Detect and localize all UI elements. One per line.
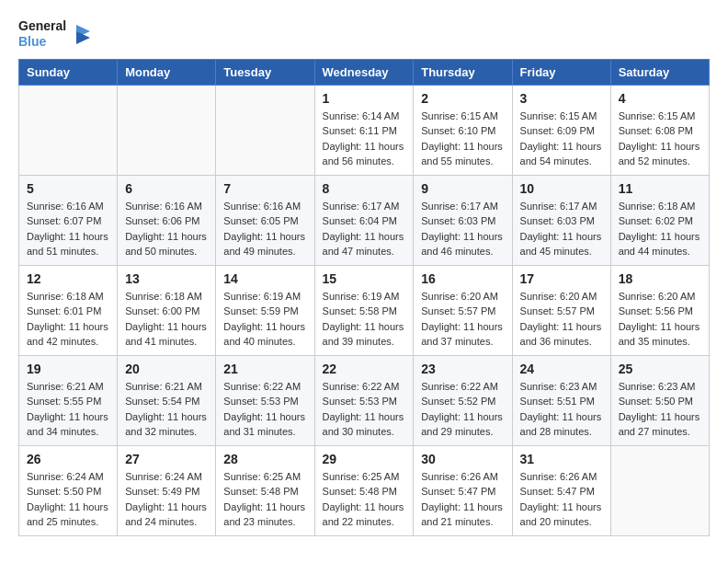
day-header-thursday: Thursday bbox=[414, 59, 512, 85]
calendar-cell: 8Sunrise: 6:17 AM Sunset: 6:04 PM Daylig… bbox=[314, 175, 414, 265]
day-info: Sunrise: 6:14 AM Sunset: 6:11 PM Dayligh… bbox=[323, 109, 406, 169]
day-info: Sunrise: 6:22 AM Sunset: 5:53 PM Dayligh… bbox=[323, 379, 406, 440]
day-info: Sunrise: 6:20 AM Sunset: 5:56 PM Dayligh… bbox=[619, 289, 701, 350]
calendar-cell: 12Sunrise: 6:18 AM Sunset: 6:01 PM Dayli… bbox=[19, 265, 118, 355]
calendar-cell: 19Sunrise: 6:21 AM Sunset: 5:55 PM Dayli… bbox=[19, 355, 118, 445]
day-number: 26 bbox=[27, 452, 109, 466]
day-info: Sunrise: 6:16 AM Sunset: 6:05 PM Dayligh… bbox=[223, 199, 306, 259]
calendar-cell: 7Sunrise: 6:16 AM Sunset: 6:05 PM Daylig… bbox=[216, 175, 314, 265]
day-info: Sunrise: 6:24 AM Sunset: 5:50 PM Dayligh… bbox=[27, 469, 109, 530]
calendar-cell: 29Sunrise: 6:25 AM Sunset: 5:48 PM Dayli… bbox=[314, 445, 414, 535]
day-number: 7 bbox=[223, 181, 306, 196]
day-number: 12 bbox=[27, 271, 109, 286]
calendar-cell: 25Sunrise: 6:23 AM Sunset: 5:50 PM Dayli… bbox=[610, 355, 709, 445]
day-info: Sunrise: 6:15 AM Sunset: 6:10 PM Dayligh… bbox=[421, 109, 504, 169]
calendar-week-row: 1Sunrise: 6:14 AM Sunset: 6:11 PM Daylig… bbox=[19, 85, 710, 175]
day-number: 14 bbox=[223, 271, 306, 286]
calendar-cell: 13Sunrise: 6:18 AM Sunset: 6:00 PM Dayli… bbox=[118, 265, 216, 355]
day-header-friday: Friday bbox=[512, 59, 610, 85]
day-info: Sunrise: 6:25 AM Sunset: 5:48 PM Dayligh… bbox=[323, 469, 406, 530]
logo-container: General Blue bbox=[18, 18, 66, 50]
day-info: Sunrise: 6:19 AM Sunset: 5:58 PM Dayligh… bbox=[323, 289, 406, 350]
day-number: 11 bbox=[619, 181, 701, 196]
day-info: Sunrise: 6:15 AM Sunset: 6:09 PM Dayligh… bbox=[520, 109, 603, 169]
calendar-cell: 21Sunrise: 6:22 AM Sunset: 5:53 PM Dayli… bbox=[216, 355, 314, 445]
day-number: 16 bbox=[421, 271, 504, 286]
day-number: 24 bbox=[520, 362, 603, 376]
day-number: 20 bbox=[125, 362, 208, 376]
calendar-cell bbox=[118, 85, 216, 175]
day-info: Sunrise: 6:23 AM Sunset: 5:50 PM Dayligh… bbox=[619, 379, 701, 440]
calendar-cell bbox=[610, 445, 709, 535]
calendar-cell: 16Sunrise: 6:20 AM Sunset: 5:57 PM Dayli… bbox=[414, 265, 512, 355]
calendar-cell: 10Sunrise: 6:17 AM Sunset: 6:03 PM Dayli… bbox=[512, 175, 610, 265]
day-number: 1 bbox=[323, 91, 406, 106]
day-info: Sunrise: 6:26 AM Sunset: 5:47 PM Dayligh… bbox=[421, 469, 504, 530]
day-number: 30 bbox=[421, 452, 504, 466]
logo-text-blue: Blue bbox=[18, 34, 66, 50]
calendar-week-row: 26Sunrise: 6:24 AM Sunset: 5:50 PM Dayli… bbox=[19, 445, 710, 535]
day-header-saturday: Saturday bbox=[610, 59, 709, 85]
calendar-week-row: 12Sunrise: 6:18 AM Sunset: 6:01 PM Dayli… bbox=[19, 265, 710, 355]
calendar-cell: 3Sunrise: 6:15 AM Sunset: 6:09 PM Daylig… bbox=[512, 85, 610, 175]
calendar-header-row: SundayMondayTuesdayWednesdayThursdayFrid… bbox=[19, 59, 710, 85]
day-header-wednesday: Wednesday bbox=[314, 59, 414, 85]
day-number: 3 bbox=[520, 91, 603, 106]
calendar-cell: 2Sunrise: 6:15 AM Sunset: 6:10 PM Daylig… bbox=[414, 85, 512, 175]
day-info: Sunrise: 6:16 AM Sunset: 6:07 PM Dayligh… bbox=[27, 199, 109, 259]
calendar-cell: 15Sunrise: 6:19 AM Sunset: 5:58 PM Dayli… bbox=[314, 265, 414, 355]
calendar-table: SundayMondayTuesdayWednesdayThursdayFrid… bbox=[18, 59, 710, 536]
day-info: Sunrise: 6:20 AM Sunset: 5:57 PM Dayligh… bbox=[520, 289, 603, 350]
calendar-cell: 20Sunrise: 6:21 AM Sunset: 5:54 PM Dayli… bbox=[118, 355, 216, 445]
day-number: 6 bbox=[125, 181, 208, 196]
calendar-cell: 18Sunrise: 6:20 AM Sunset: 5:56 PM Dayli… bbox=[610, 265, 709, 355]
day-number: 13 bbox=[125, 271, 208, 286]
day-number: 28 bbox=[223, 452, 306, 466]
day-info: Sunrise: 6:22 AM Sunset: 5:53 PM Dayligh… bbox=[223, 379, 306, 440]
day-number: 19 bbox=[27, 362, 109, 376]
calendar-cell: 4Sunrise: 6:15 AM Sunset: 6:08 PM Daylig… bbox=[610, 85, 709, 175]
day-number: 18 bbox=[619, 271, 701, 286]
day-number: 8 bbox=[323, 181, 406, 196]
day-info: Sunrise: 6:21 AM Sunset: 5:54 PM Dayligh… bbox=[125, 379, 208, 440]
calendar-cell: 1Sunrise: 6:14 AM Sunset: 6:11 PM Daylig… bbox=[314, 85, 414, 175]
day-number: 27 bbox=[125, 452, 208, 466]
day-info: Sunrise: 6:24 AM Sunset: 5:49 PM Dayligh… bbox=[125, 469, 208, 530]
day-number: 25 bbox=[619, 362, 701, 376]
day-info: Sunrise: 6:25 AM Sunset: 5:48 PM Dayligh… bbox=[223, 469, 306, 530]
calendar-cell: 23Sunrise: 6:22 AM Sunset: 5:52 PM Dayli… bbox=[414, 355, 512, 445]
day-number: 21 bbox=[223, 362, 306, 376]
logo-text-general: General bbox=[18, 18, 66, 34]
calendar-cell: 5Sunrise: 6:16 AM Sunset: 6:07 PM Daylig… bbox=[19, 175, 118, 265]
day-info: Sunrise: 6:23 AM Sunset: 5:51 PM Dayligh… bbox=[520, 379, 603, 440]
calendar-cell bbox=[19, 85, 118, 175]
calendar-week-row: 5Sunrise: 6:16 AM Sunset: 6:07 PM Daylig… bbox=[19, 175, 710, 265]
calendar-cell: 30Sunrise: 6:26 AM Sunset: 5:47 PM Dayli… bbox=[414, 445, 512, 535]
day-number: 10 bbox=[520, 181, 603, 196]
calendar-cell: 31Sunrise: 6:26 AM Sunset: 5:47 PM Dayli… bbox=[512, 445, 610, 535]
calendar-cell: 24Sunrise: 6:23 AM Sunset: 5:51 PM Dayli… bbox=[512, 355, 610, 445]
logo: General Blue bbox=[18, 18, 90, 50]
day-number: 5 bbox=[27, 181, 109, 196]
day-info: Sunrise: 6:16 AM Sunset: 6:06 PM Dayligh… bbox=[125, 199, 208, 259]
day-info: Sunrise: 6:18 AM Sunset: 6:02 PM Dayligh… bbox=[619, 199, 701, 259]
calendar-cell: 22Sunrise: 6:22 AM Sunset: 5:53 PM Dayli… bbox=[314, 355, 414, 445]
calendar-cell bbox=[216, 85, 314, 175]
day-info: Sunrise: 6:18 AM Sunset: 6:00 PM Dayligh… bbox=[125, 289, 208, 350]
day-info: Sunrise: 6:17 AM Sunset: 6:03 PM Dayligh… bbox=[421, 199, 504, 259]
calendar-cell: 9Sunrise: 6:17 AM Sunset: 6:03 PM Daylig… bbox=[414, 175, 512, 265]
calendar-cell: 17Sunrise: 6:20 AM Sunset: 5:57 PM Dayli… bbox=[512, 265, 610, 355]
day-info: Sunrise: 6:20 AM Sunset: 5:57 PM Dayligh… bbox=[421, 289, 504, 350]
day-number: 4 bbox=[619, 91, 701, 106]
day-number: 15 bbox=[323, 271, 406, 286]
day-info: Sunrise: 6:17 AM Sunset: 6:04 PM Dayligh… bbox=[323, 199, 406, 259]
day-info: Sunrise: 6:15 AM Sunset: 6:08 PM Dayligh… bbox=[619, 109, 701, 169]
day-info: Sunrise: 6:26 AM Sunset: 5:47 PM Dayligh… bbox=[520, 469, 603, 530]
day-header-tuesday: Tuesday bbox=[216, 59, 314, 85]
logo-bird-icon bbox=[72, 20, 90, 48]
calendar-week-row: 19Sunrise: 6:21 AM Sunset: 5:55 PM Dayli… bbox=[19, 355, 710, 445]
day-number: 9 bbox=[421, 181, 504, 196]
calendar-cell: 6Sunrise: 6:16 AM Sunset: 6:06 PM Daylig… bbox=[118, 175, 216, 265]
day-number: 23 bbox=[421, 362, 504, 376]
day-number: 17 bbox=[520, 271, 603, 286]
